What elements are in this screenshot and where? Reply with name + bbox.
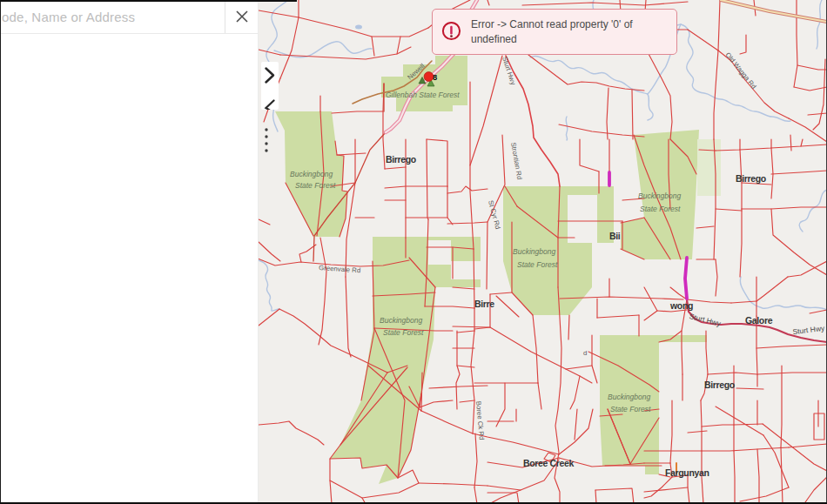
svg-text:Galore: Galore bbox=[745, 315, 773, 326]
svg-text:State Forest: State Forest bbox=[383, 328, 424, 337]
svg-text:State Forest: State Forest bbox=[295, 181, 336, 190]
svg-text:wong: wong bbox=[669, 300, 693, 311]
svg-text:State Forest: State Forest bbox=[517, 260, 558, 269]
svg-text:State Forest: State Forest bbox=[610, 405, 651, 413]
svg-text:State Forest: State Forest bbox=[640, 205, 681, 213]
svg-text:d: d bbox=[583, 349, 587, 357]
svg-text:Birre: Birre bbox=[474, 299, 494, 309]
svg-text:Buckingbong: Buckingbong bbox=[290, 170, 333, 178]
svg-text:Fargunyan: Fargunyan bbox=[665, 467, 709, 478]
svg-text:8: 8 bbox=[433, 72, 437, 82]
svg-text:Birrego: Birrego bbox=[704, 380, 735, 390]
svg-text:Birrego: Birrego bbox=[386, 154, 416, 165]
svg-text:Buckingbong: Buckingbong bbox=[638, 192, 681, 200]
svg-text:Boree Creek: Boree Creek bbox=[523, 458, 575, 468]
svg-text:Buckingbong: Buckingbong bbox=[380, 316, 422, 325]
svg-text:Buckingbong: Buckingbong bbox=[608, 393, 650, 401]
svg-text:Birrego: Birrego bbox=[736, 173, 766, 184]
svg-text:Buckingbong: Buckingbong bbox=[513, 247, 555, 256]
svg-text:Gillenbah State Forest: Gillenbah State Forest bbox=[386, 91, 460, 99]
svg-text:Bii: Bii bbox=[609, 231, 621, 241]
